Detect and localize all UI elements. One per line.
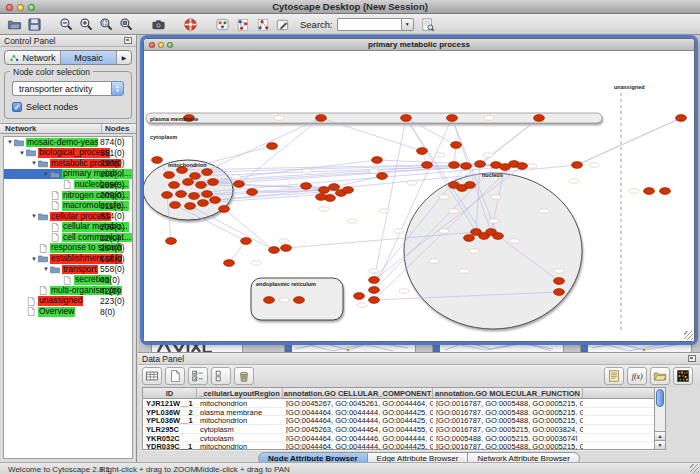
- expand-arrow-icon[interactable]: ▼: [6, 139, 14, 145]
- network-node[interactable]: [202, 169, 213, 176]
- unselect-attributes-icon[interactable]: [211, 367, 231, 385]
- network-node[interactable]: [554, 278, 565, 285]
- network-node[interactable]: [185, 203, 196, 210]
- network-node[interactable]: [196, 182, 207, 189]
- expand-arrow-icon[interactable]: ▼: [18, 150, 26, 156]
- network-edge[interactable]: [577, 118, 681, 165]
- tree-col-nodes[interactable]: Nodes: [102, 124, 136, 133]
- network-node[interactable]: [316, 115, 327, 122]
- table-column-header[interactable]: annotation.GO MOLECULAR_FUNCTION: [433, 388, 583, 398]
- network-node[interactable]: [449, 162, 460, 169]
- frame-resize-grip[interactable]: [684, 331, 693, 340]
- network-tree-item[interactable]: nitrogen compo...209(0): [4, 190, 132, 201]
- expand-arrow-icon[interactable]: ▼: [30, 213, 38, 219]
- network-node[interactable]: [401, 115, 412, 122]
- network-node[interactable]: [208, 179, 219, 186]
- zoom-selected-icon[interactable]: [97, 16, 115, 33]
- scroll-down-button[interactable]: ▼: [655, 440, 665, 449]
- network-node[interactable]: [369, 297, 380, 304]
- network-node[interactable]: [517, 163, 528, 170]
- search-dropdown-arrow-icon[interactable]: ▼: [401, 18, 414, 31]
- float-panel-icon[interactable]: [688, 355, 696, 362]
- network-node[interactable]: [534, 115, 545, 122]
- network-node[interactable]: [461, 163, 472, 170]
- save-icon[interactable]: [25, 16, 43, 33]
- network-tree-item[interactable]: secretion41(0): [4, 275, 132, 286]
- expand-arrow-icon[interactable]: ▼: [30, 160, 38, 166]
- expand-arrow-icon[interactable]: ▼: [42, 266, 50, 272]
- network-node[interactable]: [164, 172, 175, 179]
- network-node[interactable]: [152, 157, 163, 164]
- select-nodes-checkbox[interactable]: ✓: [12, 102, 22, 112]
- network-node[interactable]: [267, 143, 278, 150]
- network-node[interactable]: [294, 297, 305, 304]
- help-lifesaver-icon[interactable]: [181, 16, 199, 33]
- annotation-icon[interactable]: [273, 16, 291, 33]
- network-node[interactable]: [176, 191, 187, 198]
- network-tree-item[interactable]: macromolecule...311(0): [4, 201, 132, 212]
- table-column-header[interactable]: ID: [143, 388, 197, 398]
- search-config-icon[interactable]: [419, 16, 437, 33]
- node-color-dropdown[interactable]: transporter activity ▲▼: [12, 81, 124, 96]
- network-node[interactable]: [202, 191, 213, 198]
- network-node[interactable]: [247, 189, 258, 196]
- network-node[interactable]: [422, 162, 433, 169]
- zoom-out-icon[interactable]: [57, 16, 75, 33]
- network-node[interactable]: [316, 194, 327, 201]
- zoom-in-icon[interactable]: [77, 16, 95, 33]
- network-node[interactable]: [660, 188, 671, 195]
- network-node[interactable]: [451, 142, 462, 149]
- expand-arrow-icon[interactable]: ▼: [42, 171, 50, 177]
- network-node[interactable]: [464, 235, 475, 242]
- table-row[interactable]: YJR121W__1mitochondrion[GO:0045267, GO:0…: [143, 399, 665, 408]
- network-tree-item[interactable]: ▼mosaic-demo-yeast874(0): [4, 137, 132, 148]
- expand-arrow-icon[interactable]: ▼: [30, 256, 38, 262]
- delete-attribute-icon[interactable]: [234, 367, 254, 385]
- network-node[interactable]: [224, 260, 235, 267]
- network-node[interactable]: [369, 287, 380, 294]
- network-node[interactable]: [241, 238, 252, 245]
- network-node[interactable]: [319, 187, 330, 194]
- network-tree-item[interactable]: cellular metabo...209(0): [4, 222, 132, 233]
- network-node[interactable]: [183, 179, 194, 186]
- network-node[interactable]: [572, 162, 583, 169]
- network-edge[interactable]: [374, 118, 406, 280]
- network-node[interactable]: [475, 161, 486, 168]
- network-node[interactable]: [170, 202, 181, 209]
- tab-mosaic[interactable]: Mosaic: [61, 51, 117, 64]
- network-tree-item[interactable]: response to stimulu...264(0): [4, 243, 132, 254]
- network-tree-item[interactable]: ▼establishment of lo...558(0): [4, 254, 132, 265]
- network-edge[interactable]: [239, 118, 321, 184]
- network-edge[interactable]: [334, 176, 382, 187]
- network-node[interactable]: [166, 238, 177, 245]
- network-tree-item[interactable]: unassigned223(0): [4, 296, 132, 307]
- network-tree-item[interactable]: ▼cellular process614(0): [4, 211, 132, 222]
- table-row[interactable]: YPL036W__1mitochondrion[GO:0044464, GO:0…: [143, 416, 665, 425]
- network-edit-1-icon[interactable]: [233, 16, 251, 33]
- network-node[interactable]: [329, 184, 340, 191]
- network-tree-item[interactable]: cell communicat...22(0): [4, 232, 132, 243]
- network-node[interactable]: [369, 277, 380, 284]
- network-node[interactable]: [493, 233, 504, 240]
- network-tree-item[interactable]: ▼metabolic process280(0): [4, 158, 132, 169]
- float-panel-icon[interactable]: [124, 37, 132, 44]
- tree-col-network[interactable]: Network: [0, 124, 102, 133]
- window-resize-grip[interactable]: [690, 464, 699, 473]
- network-tree-item[interactable]: ▼biological_process651(0): [4, 148, 132, 159]
- network-node[interactable]: [301, 183, 312, 190]
- network-node[interactable]: [169, 182, 180, 189]
- network-node[interactable]: [417, 148, 428, 155]
- table-column-header[interactable]: annotation.GO CELLULAR_COMPONENT: [283, 388, 433, 398]
- select-attributes-icon[interactable]: [188, 367, 208, 385]
- table-row[interactable]: YKR052Ccytoplasm[GO:0044464, GO:0044446,…: [143, 434, 665, 443]
- network-canvas[interactable]: plasma membrane cytoplasm mitochondrion …: [144, 51, 694, 341]
- network-tree-item[interactable]: multi-organism pro...42(0): [4, 285, 132, 296]
- new-document-icon[interactable]: [165, 367, 185, 385]
- network-node[interactable]: [210, 197, 221, 204]
- scrollbar-thumb[interactable]: [656, 389, 664, 407]
- network-tree-item[interactable]: nucleobase-...209(0): [4, 179, 132, 190]
- table-grid-icon[interactable]: [142, 367, 162, 385]
- scroll-up-button[interactable]: ▲: [655, 431, 665, 440]
- network-node[interactable]: [676, 115, 687, 122]
- search-input[interactable]: [337, 18, 401, 31]
